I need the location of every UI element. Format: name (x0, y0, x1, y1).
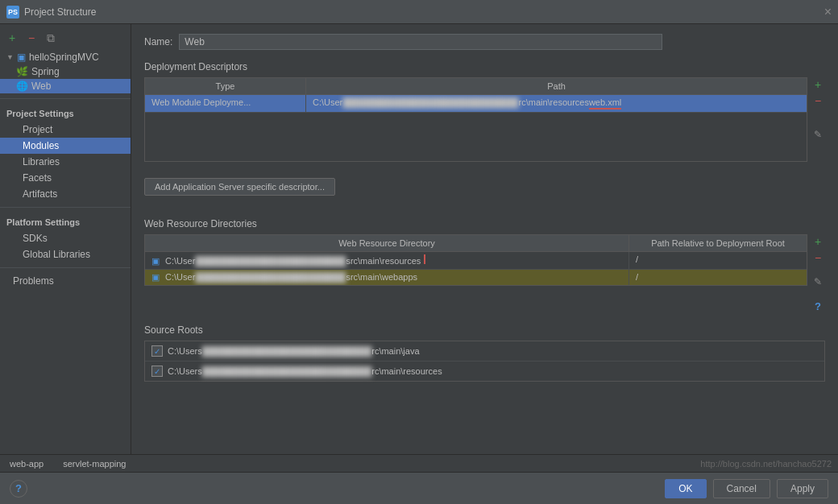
path-relative-col-header: Path Relative to Deployment Root (629, 235, 807, 251)
ok-button[interactable]: OK (665, 479, 706, 498)
sidebar-divider-3 (0, 267, 131, 268)
copy-button[interactable]: ⧉ (44, 31, 58, 45)
source-roots-table: ✓ C:\Users███████████████████████████rc\… (144, 341, 825, 382)
cursor-marker (424, 254, 425, 264)
add-button[interactable]: + (5, 31, 19, 45)
dd-add-button[interactable]: + (811, 77, 825, 92)
tab-servlet-mapping[interactable]: servlet-mapping (60, 457, 129, 470)
wrd-rel-path-0: / (629, 252, 807, 269)
project-settings-label: Project Settings (0, 104, 131, 122)
dd-edit-button[interactable]: ✎ (811, 127, 825, 142)
dd-remove-button[interactable]: − (811, 93, 825, 108)
deployment-descriptors-table: Type Path Web Module Deployme... C:\User… (144, 77, 807, 162)
sidebar-item-libraries[interactable]: Libraries (0, 154, 131, 170)
tab-web-app[interactable]: web-app (6, 457, 47, 470)
close-button[interactable]: × (824, 6, 832, 19)
title-bar: PS Project Structure × (0, 0, 838, 24)
dir-blurred-0: ████████████████████████ (195, 256, 346, 266)
tree-item-spring[interactable]: 🌿 Spring (0, 64, 131, 79)
web-icon: 🌐 (16, 81, 28, 92)
source-roots-title: Source Roots (144, 324, 825, 336)
name-row: Name: (144, 34, 825, 50)
bottom-bar: ? http://blog.csdn.net/hanchao5272 OK Ca… (0, 472, 838, 504)
source-root-1[interactable]: ✓ C:\Users███████████████████████████rc\… (145, 361, 824, 381)
sidebar-divider-2 (0, 207, 131, 208)
module-icon: ▣ (17, 52, 26, 63)
web-resource-table: Web Resource Directory Path Relative to … (144, 234, 807, 286)
sidebar-item-artifacts[interactable]: Artifacts (0, 186, 131, 202)
name-input[interactable] (179, 34, 662, 50)
wrd-help-button[interactable]: ? (811, 299, 825, 313)
sr-blurred-0: ███████████████████████████ (202, 346, 371, 356)
web-resource-header: Web Resource Directory Path Relative to … (145, 235, 807, 252)
main-layout: + − ⧉ ▼ ▣ helloSpringMVC 🌿 Spring 🌐 Web … (0, 24, 838, 504)
sr-blurred-1: ███████████████████████████ (202, 366, 371, 376)
web-resource-dir-col-header: Web Resource Directory (145, 235, 629, 251)
right-content: Name: Deployment Descriptors Type Path W… (144, 34, 825, 446)
type-column-header: Type (145, 78, 306, 94)
deployment-descriptor-row-0[interactable]: Web Module Deployme... C:\User██████████… (145, 95, 807, 113)
wrd-remove-button[interactable]: − (811, 250, 825, 265)
folder-icon-1: ▣ (151, 272, 160, 282)
spring-icon: 🌿 (16, 66, 28, 77)
tree-item-hellospringmvc[interactable]: ▼ ▣ helloSpringMVC (0, 50, 131, 64)
web-resource-row-1[interactable]: ▣ C:\User████████████████████████src\mai… (145, 270, 807, 285)
sidebar-toolbar: + − ⧉ (0, 27, 131, 50)
dd-type-0: Web Module Deployme... (145, 95, 306, 112)
platform-settings-label: Platform Settings (0, 213, 131, 230)
sidebar-item-sdks[interactable]: SDKs (0, 230, 131, 246)
name-label: Name: (144, 36, 172, 48)
dd-empty-area (145, 113, 807, 161)
source-root-path-0: C:\Users███████████████████████████rc\ma… (168, 346, 420, 356)
dd-side-buttons: + − ✎ (811, 77, 825, 142)
wrd-rel-path-1: / (629, 270, 807, 285)
remove-button[interactable]: − (24, 31, 39, 45)
bottom-left: ? (10, 480, 27, 498)
path-blurred: ████████████████████████████ (342, 97, 518, 107)
web-xml-span: web.xml (589, 97, 621, 109)
expand-arrow: ▼ (6, 53, 14, 61)
sidebar-item-facets[interactable]: Facets (0, 170, 131, 186)
window-title: Project Structure (24, 6, 96, 18)
wrd-dir-1: ▣ C:\User████████████████████████src\mai… (145, 270, 629, 285)
tree-item-web[interactable]: 🌐 Web (0, 79, 131, 93)
dir-blurred-1: ████████████████████████ (195, 272, 346, 282)
sidebar-item-project[interactable]: Project (0, 122, 131, 138)
add-descriptor-wrapper: Add Application Server specific descript… (144, 178, 825, 207)
checkbox-0[interactable]: ✓ (151, 345, 163, 357)
web-resource-wrapper: Web Resource Directory Path Relative to … (144, 234, 825, 313)
wrd-edit-button[interactable]: ✎ (811, 275, 825, 289)
web-resource-row-0[interactable]: ▣ C:\User████████████████████████src\mai… (145, 252, 807, 270)
deployment-descriptors-title: Deployment Descriptors (144, 61, 825, 72)
sidebar-item-global-libraries[interactable]: Global Libraries (0, 246, 131, 262)
app-icon: PS (6, 6, 19, 19)
folder-icon-0: ▣ (151, 256, 160, 266)
wrd-dir-0: ▣ C:\User████████████████████████src\mai… (145, 252, 629, 269)
source-root-0[interactable]: ✓ C:\Users███████████████████████████rc\… (145, 341, 824, 361)
right-panel: Name: Deployment Descriptors Type Path W… (131, 24, 838, 504)
watermark: http://blog.csdn.net/hanchao5272 (700, 459, 832, 469)
help-button[interactable]: ? (10, 480, 27, 498)
path-column-header: Path (306, 78, 807, 94)
wrd-add-button[interactable]: + (811, 234, 825, 249)
sidebar-item-modules[interactable]: Modules (0, 138, 131, 154)
sidebar-item-problems[interactable]: Problems (0, 273, 131, 289)
sidebar: + − ⧉ ▼ ▣ helloSpringMVC 🌿 Spring 🌐 Web … (0, 24, 131, 504)
wrd-side-buttons: + − ✎ ? (811, 234, 825, 313)
sidebar-divider-1 (0, 98, 131, 99)
add-descriptor-button[interactable]: Add Application Server specific descript… (144, 178, 335, 196)
web-resource-dir-title: Web Resource Directories (144, 218, 825, 229)
source-root-path-1: C:\Users███████████████████████████rc\ma… (168, 366, 442, 376)
checkbox-1[interactable]: ✓ (151, 366, 163, 377)
dd-path-0: C:\User████████████████████████████rc\ma… (306, 95, 807, 112)
apply-button[interactable]: Apply (777, 479, 828, 498)
deployment-descriptors-header: Type Path (145, 78, 807, 95)
cancel-button[interactable]: Cancel (713, 479, 770, 498)
